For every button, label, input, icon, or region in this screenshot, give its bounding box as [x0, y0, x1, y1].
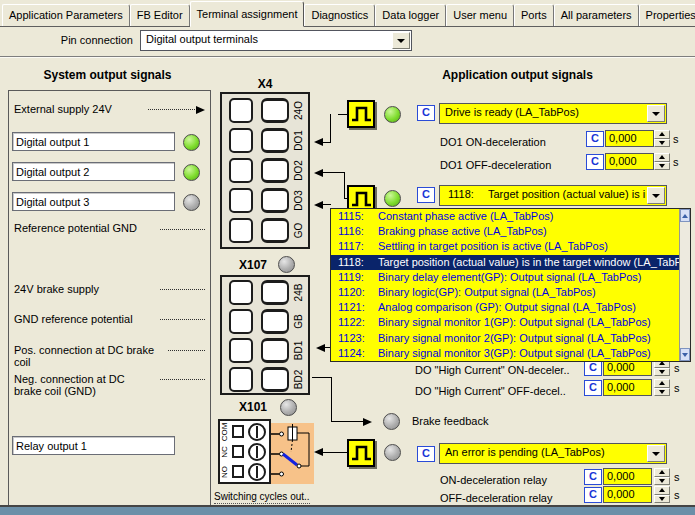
spinner-up-icon[interactable]: [654, 153, 670, 162]
do1-signal-select[interactable]: Drive is ready (LA_TabPos): [439, 103, 667, 124]
constant-button[interactable]: C: [417, 187, 435, 203]
unit-label: s: [674, 362, 680, 374]
high-current-off-value[interactable]: 0,000: [603, 379, 652, 396]
list-item[interactable]: 1124:Binary signal monitor 3(GP): Output…: [331, 346, 690, 361]
tab-application-parameters[interactable]: Application Parameters: [2, 4, 130, 26]
tab-data-logger[interactable]: Data logger: [375, 4, 446, 26]
digital-output-1-field[interactable]: [12, 132, 175, 151]
chevron-down-icon[interactable]: [392, 32, 410, 49]
tab-fb-editor[interactable]: FB Editor: [130, 4, 190, 26]
reference-gnd-label: Reference potential GND: [14, 222, 137, 234]
terminal-cell: [229, 338, 253, 363]
list-item[interactable]: 1122:Binary signal monitor 1(GP): Output…: [331, 315, 690, 330]
pin-connection-select[interactable]: Digital output terminals: [140, 30, 412, 51]
relay-on-deceleration-label: ON-deceleration relay: [440, 474, 547, 486]
list-item[interactable]: 1117:Settling in target position is acti…: [331, 239, 690, 254]
constant-button[interactable]: C: [584, 360, 602, 376]
unit-label: s: [673, 133, 679, 145]
unit-label: s: [673, 156, 679, 168]
relay-off-deceleration-value[interactable]: 0,000: [603, 486, 652, 503]
tab-terminal-assignment[interactable]: Terminal assignment: [190, 1, 305, 27]
unit-label: s: [674, 471, 680, 483]
spinner[interactable]: [654, 130, 670, 147]
spinner[interactable]: [654, 153, 670, 170]
constant-button[interactable]: C: [417, 105, 435, 121]
relay-off-deceleration-label: OFF-deceleration relay: [440, 492, 553, 504]
spinner-down-icon[interactable]: [654, 162, 670, 171]
chevron-down-icon[interactable]: [647, 187, 665, 204]
scroll-down-icon[interactable]: [680, 348, 690, 361]
spinner[interactable]: [654, 468, 670, 485]
list-scrollbar[interactable]: [679, 209, 690, 361]
tab-diagnostics[interactable]: Diagnostics: [304, 4, 375, 26]
spinner-up-icon[interactable]: [654, 468, 670, 477]
spinner-down-icon[interactable]: [654, 368, 670, 377]
pulse-icon: [351, 190, 372, 208]
pulse-function-button[interactable]: [347, 439, 375, 467]
constant-button[interactable]: C: [417, 446, 435, 462]
relay-signal-select[interactable]: An error is pending (LA_TabPos): [439, 443, 667, 464]
list-item[interactable]: 1121:Analog comparison (GP): Output sign…: [331, 300, 690, 315]
switching-cycles-link[interactable]: Switching cycles out..: [214, 491, 310, 504]
do2-status-led: [384, 190, 401, 207]
spinner[interactable]: [654, 379, 670, 396]
list-item[interactable]: 1120:Binary logic(GP): Output signal (LA…: [331, 285, 690, 300]
tab-user-menu[interactable]: User menu: [446, 4, 514, 26]
constant-button[interactable]: C: [584, 380, 602, 396]
list-item-selected[interactable]: 1118:Target position (actual value) is i…: [331, 255, 690, 270]
list-item-number: 1119:: [331, 270, 378, 285]
dotted-connector: [160, 319, 205, 320]
list-item-number: 1118:: [331, 255, 378, 270]
list-item-text: Binary signal monitor 2(GP): Output sign…: [378, 332, 651, 344]
constant-button[interactable]: C: [584, 487, 602, 503]
spinner-down-icon[interactable]: [654, 388, 670, 397]
list-item-number: 1120:: [331, 285, 378, 300]
do1-off-deceleration-value[interactable]: 0,000: [605, 153, 654, 170]
list-item-number: 1124:: [331, 346, 378, 361]
list-item-number: 1123:: [331, 331, 378, 346]
relay-output-1-field[interactable]: [12, 436, 175, 455]
spinner-up-icon[interactable]: [654, 486, 670, 495]
terminal-cell: [232, 425, 244, 438]
pulse-function-button[interactable]: [347, 100, 375, 128]
chevron-down-icon[interactable]: [647, 105, 665, 122]
relay-signal-value: An error is pending (LA_TabPos): [445, 446, 646, 458]
digital-output-2-field[interactable]: [12, 162, 175, 181]
list-item[interactable]: 1119:Binary delay element(GP): Output si…: [331, 270, 690, 285]
x101-led: [280, 399, 297, 416]
constant-button[interactable]: C: [586, 154, 604, 170]
brake-feedback-label: Brake feedback: [412, 415, 488, 427]
signal-dropdown-list[interactable]: 1115:Constant phase active (LA_TabPos) 1…: [330, 208, 691, 362]
constant-button[interactable]: C: [586, 131, 604, 147]
list-item[interactable]: 1116:Braking phase active (LA_TabPos): [331, 224, 690, 239]
tab-properties[interactable]: Properties: [639, 4, 695, 26]
do1-on-deceleration-value[interactable]: 0,000: [605, 130, 654, 147]
spinner-down-icon[interactable]: [654, 495, 670, 504]
spinner-down-icon[interactable]: [654, 139, 670, 148]
chevron-down-icon[interactable]: [647, 445, 665, 462]
list-item-text: Target position (actual value) is in the…: [378, 256, 687, 268]
pin-label: NC: [215, 446, 233, 458]
spinner-up-icon[interactable]: [654, 130, 670, 139]
spinner-up-icon[interactable]: [654, 379, 670, 388]
tab-ports[interactable]: Ports: [514, 4, 554, 26]
arrow-left-icon: [314, 201, 323, 209]
digital-output-3-field[interactable]: [12, 192, 175, 211]
relay-schematic: [271, 423, 314, 484]
scroll-up-icon[interactable]: [680, 209, 690, 222]
arrow-right-icon: [196, 106, 205, 114]
dotted-connector: [160, 229, 205, 230]
spinner-down-icon[interactable]: [654, 477, 670, 486]
arrow-left-icon: [314, 448, 323, 456]
do2-signal-select[interactable]: 1118: Target position (actual value) is …: [439, 185, 667, 206]
constant-button[interactable]: C: [584, 469, 602, 485]
high-current-off-label: DO "High Current" OFF-decel..: [415, 385, 566, 397]
spinner[interactable]: [654, 486, 670, 503]
list-item-text: Analog comparison (GP): Output signal (L…: [378, 301, 636, 313]
tab-all-parameters[interactable]: All parameters: [554, 4, 639, 26]
pin-label: DO3: [286, 189, 311, 213]
relay-on-deceleration-value[interactable]: 0,000: [603, 468, 652, 485]
list-item[interactable]: 1123:Binary signal monitor 2(GP): Output…: [331, 331, 690, 346]
brake-feedback-led: [383, 413, 400, 430]
list-item[interactable]: 1115:Constant phase active (LA_TabPos): [331, 209, 690, 224]
